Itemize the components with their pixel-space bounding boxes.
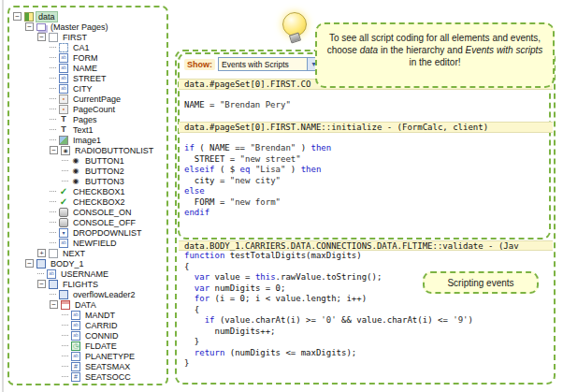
collapse-icon[interactable]: −	[50, 146, 58, 154]
string-token: "Brendan"	[250, 143, 296, 152]
expand-icon[interactable]: +	[37, 249, 46, 257]
tree-connector	[50, 47, 56, 48]
code-line: NAME = "Brendan Pery"	[179, 100, 553, 111]
show-filter-dropdown[interactable]: Events with Scripts	[218, 57, 321, 71]
code-token	[184, 315, 205, 325]
collapse-icon[interactable]: −	[37, 33, 46, 41]
tree-item-body-1[interactable]: −BODY_1	[12, 258, 165, 269]
tree-connector	[50, 67, 56, 68]
collapse-icon[interactable]: −	[37, 280, 46, 288]
code-line: for (i = 0; i < value.length; i++)	[179, 294, 553, 305]
tree-connector	[62, 314, 68, 315]
image-icon	[59, 136, 68, 145]
tree-item-pagecount[interactable]: PageCount	[12, 104, 165, 114]
collapse-icon[interactable]: −	[13, 12, 22, 21]
tree-item-seatsocc[interactable]: SEATSOCC	[12, 371, 165, 382]
code-line: FORM = "new form"	[179, 197, 553, 209]
tree-item-pages[interactable]: Pages	[12, 114, 165, 124]
tree-item-street[interactable]: STREET	[12, 73, 165, 83]
scripting-events-callout: Scripting events	[423, 271, 539, 294]
tree-item-carrid[interactable]: CARRID	[12, 320, 165, 330]
code-token: data.BODY_1.CARRIERS.DATA.CONNECTIONS.DA…	[184, 241, 519, 251]
tree-item-first[interactable]: −FIRST	[12, 32, 165, 42]
tree-item-checkbox2[interactable]: CHECKBOX2	[12, 196, 165, 207]
data-table-icon	[61, 300, 70, 310]
tree-item-username[interactable]: USERNAME	[12, 269, 165, 279]
code-line: if ( NAME == "Brendan" ) then	[179, 143, 553, 154]
tree-item-data[interactable]: −DATA	[12, 299, 165, 310]
tip-text-segment: in the editor!	[409, 57, 460, 67]
tree-item-next[interactable]: +NEXT	[12, 248, 165, 258]
tree-item-master-pages[interactable]: −(Master Pages)	[12, 22, 165, 32]
tree-item-button1[interactable]: BUTTON1	[12, 155, 165, 166]
tree-item-label: BUTTON2	[83, 167, 126, 176]
tree-connector	[62, 181, 68, 181]
tree-item-data[interactable]: −data	[12, 11, 165, 22]
tree-item-newfield[interactable]: NEWFIELD	[12, 238, 165, 248]
tree-item-label: SEATSOCC	[83, 372, 133, 382]
tree-item-currentpage[interactable]: CurrentPage	[12, 94, 165, 104]
tree-item-label: CONNID	[83, 331, 121, 341]
checkbox-checked-icon	[59, 187, 68, 196]
tree-item-connid[interactable]: CONNID	[12, 330, 165, 341]
tree-item-console-off[interactable]: CONSOLE_OFF	[12, 217, 165, 227]
text-field-icon	[71, 352, 80, 361]
floating-field-icon	[59, 105, 68, 114]
tree-item-checkbox1[interactable]: CHECKBOX1	[12, 186, 165, 196]
radio-group-icon	[61, 146, 70, 155]
tree-item-label: CHECKBOX2	[71, 197, 127, 207]
code-line: endif	[179, 208, 553, 219]
script-editor-code-area[interactable]: data.#pageSet[0].FIRST.CO NAME = "Brenda…	[179, 79, 553, 380]
tree-item-label: NEWFIELD	[71, 239, 119, 248]
code-token: )	[468, 315, 472, 325]
tree-item-label: CHECKBOX1	[71, 187, 127, 196]
subform-icon	[36, 259, 46, 269]
button-icon	[59, 208, 68, 217]
tree-item-button3[interactable]: BUTTON3	[12, 176, 165, 186]
string-token: '0'	[321, 315, 336, 325]
tree-item-mandt[interactable]: MANDT	[12, 310, 165, 320]
tree-item-flights[interactable]: −FLIGHTS	[12, 279, 165, 289]
tip-callout-text: To see all script coding for all element…	[327, 33, 543, 67]
collapse-icon[interactable]: −	[50, 300, 58, 309]
keyword-token: if	[184, 143, 195, 152]
tree-item-dropdownlist[interactable]: DROPDOWNLIST	[12, 227, 165, 238]
text-field-icon	[71, 331, 80, 341]
tree-item-city[interactable]: CITY	[12, 83, 165, 94]
tree-connector	[50, 211, 56, 212]
tree-item-label: CONSOLE_OFF	[71, 218, 137, 227]
code-token: numDigits++;	[184, 327, 276, 336]
tree-item-planetype[interactable]: PLANETYPE	[12, 351, 165, 361]
text-field-icon	[59, 239, 68, 248]
tree-item-label: RADIOBUTTONLIST	[73, 146, 155, 155]
tree-item-label: USERNAME	[59, 269, 110, 279]
tree-item-image1[interactable]: Image1	[12, 135, 165, 145]
hierarchy-tree[interactable]: −data−(Master Pages)−FIRSTCA1FORMNAMESTR…	[12, 11, 165, 382]
content-area-icon	[59, 43, 68, 52]
keyword-token: function	[184, 251, 224, 260]
code-line: if (value.charAt(i) >= '0' && value.char…	[179, 315, 553, 327]
radio-button-icon	[71, 167, 80, 176]
tree-connector	[62, 170, 68, 171]
numeric-field-icon	[71, 372, 80, 382]
tree-item-name[interactable]: NAME	[12, 63, 165, 73]
tree-connector	[50, 294, 56, 295]
collapse-icon[interactable]: −	[25, 259, 34, 268]
tree-item-button2[interactable]: BUTTON2	[12, 166, 165, 176]
text-field-icon	[71, 321, 80, 330]
collapse-icon[interactable]: −	[25, 22, 34, 31]
tree-item-form[interactable]: FORM	[12, 52, 165, 63]
tree-item-text1[interactable]: Text1	[12, 124, 165, 135]
subform-icon	[49, 280, 58, 289]
keyword-token: var	[195, 283, 209, 293]
radio-button-icon	[71, 156, 80, 166]
tree-item-console-on[interactable]: CONSOLE_ON	[12, 207, 165, 217]
keyword-token: for	[195, 294, 209, 303]
tree-item-radiobuttonlist[interactable]: −RADIOBUTTONLIST	[12, 145, 165, 155]
tree-item-overflowleader2[interactable]: overflowLeader2	[12, 289, 165, 299]
tree-item-fldate[interactable]: FLDATE	[12, 341, 165, 351]
tree-item-ca1[interactable]: CA1	[12, 42, 165, 52]
tree-item-label: CARRID	[83, 321, 120, 330]
code-token: )	[285, 165, 300, 174]
tree-item-seatsmax[interactable]: SEATSMAX	[12, 361, 165, 371]
